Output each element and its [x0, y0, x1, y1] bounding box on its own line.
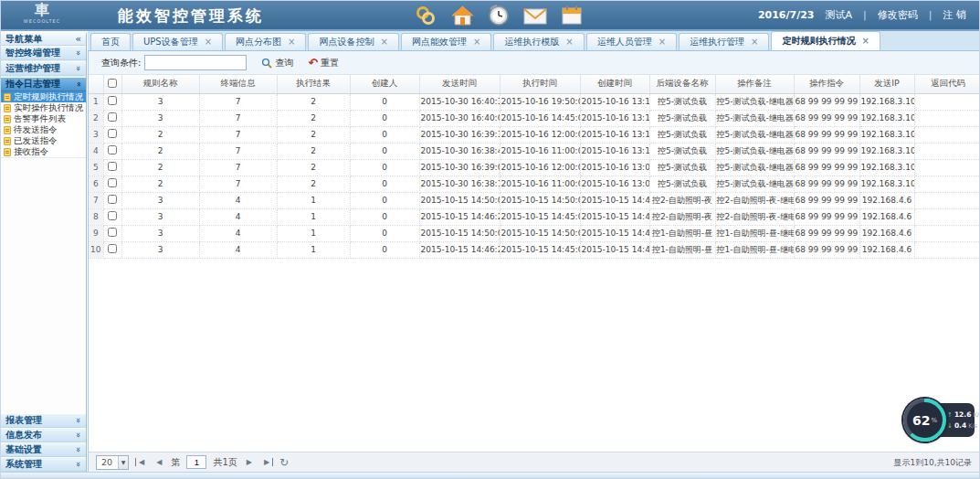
chevron-down-icon[interactable]: ▼	[118, 456, 128, 469]
page-number-input[interactable]	[186, 455, 206, 469]
table-cell: 控2-自助照明-夜-继电器	[715, 192, 794, 208]
page-size-select[interactable]: 20 ▼	[96, 455, 129, 470]
pagination-bar: 20 ▼ ◀ ◀ 第 共1页 ▶ ▶ ↻ 显示1到10,共10记录	[89, 452, 979, 472]
tab-5[interactable]: 网点能效管理×	[401, 33, 491, 50]
column-header[interactable]: 执行时间	[500, 75, 580, 93]
tab-label: 定时规则执行情况	[782, 35, 855, 48]
clock-icon[interactable]	[487, 4, 511, 27]
tab-3[interactable]: 网点分布图×	[225, 33, 306, 50]
table-cell: 68 99 99 99 99 99 99 64	[794, 159, 859, 176]
column-header[interactable]: 操作指令	[794, 75, 859, 93]
link-icon[interactable]	[414, 4, 437, 27]
sidebar-group-label: 智控终端管理	[5, 47, 60, 59]
tab-close-icon[interactable]: ×	[205, 37, 212, 47]
search-button[interactable]: 查询	[261, 57, 293, 69]
mail-icon[interactable]	[523, 4, 547, 27]
table-cell: 2015-10-16 19:50:00	[500, 93, 580, 110]
sidebar-item[interactable]: 已发送指令	[1, 135, 86, 146]
column-header[interactable]: 规则名称	[121, 75, 199, 93]
logout-link[interactable]: 注 销	[943, 8, 967, 22]
column-header[interactable]: 创建时间	[580, 75, 649, 93]
sidebar-item[interactable]: 告警事件列表	[1, 113, 86, 124]
table-cell: 68 99 99 99 99 99 99 64	[794, 176, 859, 192]
column-header[interactable]: 创建人	[350, 75, 419, 93]
column-header[interactable]: 后端设备名称	[649, 75, 715, 93]
home-icon[interactable]	[450, 4, 474, 27]
table-cell: 1	[277, 192, 350, 208]
sidebar-group: 智控终端管理»	[1, 46, 86, 61]
sidebar-item[interactable]: 待发送指令	[1, 124, 86, 135]
usage-ring[interactable]: 62 %	[903, 399, 946, 442]
sidebar-group-header[interactable]: 基础设置»	[1, 442, 86, 457]
first-page-button[interactable]: ◀	[135, 458, 147, 466]
sidebar-group-header[interactable]: 报表管理»	[1, 413, 86, 428]
tab-close-icon[interactable]: ×	[473, 37, 480, 47]
tab-close-icon[interactable]: ×	[659, 37, 666, 47]
column-header[interactable]: 执行结果	[277, 75, 350, 93]
sidebar-group: 运营维护管理»	[1, 61, 86, 77]
sidebar-group-header[interactable]: 系统管理»	[1, 457, 86, 472]
sidebar-item[interactable]: 接收指令	[1, 146, 86, 157]
tab-1[interactable]: 首页	[90, 33, 131, 50]
row-checkbox[interactable]	[108, 178, 117, 187]
next-page-button[interactable]: ▶	[244, 458, 255, 466]
tab-9[interactable]: 定时规则执行情况×	[771, 31, 880, 50]
table-cell: 0	[350, 110, 419, 126]
sidebar-group-header[interactable]: 信息发布»	[1, 428, 86, 442]
tab-close-icon[interactable]: ×	[565, 37, 573, 47]
username[interactable]: 测试A	[826, 8, 853, 22]
sidebar-item[interactable]: 实时操作执行情况	[1, 102, 86, 113]
column-header[interactable]: 返回代码	[914, 75, 979, 93]
tab-label: 网点能效管理	[412, 36, 467, 48]
sidebar-group-header[interactable]: 指令日志管理»	[1, 77, 86, 91]
row-checkbox[interactable]	[108, 211, 117, 220]
tab-close-icon[interactable]: ×	[751, 37, 758, 47]
query-condition-input[interactable]	[144, 55, 247, 70]
tab-4[interactable]: 网点设备控制×	[308, 33, 398, 50]
sidebar-item[interactable]: 定时规则执行情况	[1, 91, 86, 102]
table-cell: 控5-测试负载	[649, 159, 715, 176]
last-page-button[interactable]: ▶	[261, 458, 273, 466]
row-checkbox[interactable]	[108, 244, 117, 253]
prev-page-button[interactable]: ◀	[153, 458, 164, 466]
table-cell: 3	[121, 225, 199, 241]
table-cell: 0	[350, 93, 419, 110]
refresh-icon[interactable]: ↻	[279, 456, 289, 469]
column-header[interactable]: 发送时间	[419, 75, 500, 93]
tab-close-icon[interactable]: ×	[288, 37, 295, 47]
sidebar-group-header[interactable]: 智控终端管理»	[1, 46, 86, 60]
reset-button[interactable]: ↶ 重置	[308, 57, 339, 69]
tab-8[interactable]: 运维执行管理×	[679, 33, 769, 50]
row-checkbox[interactable]	[108, 145, 117, 154]
column-header[interactable]: 操作备注	[715, 75, 794, 93]
row-checkbox[interactable]	[108, 195, 117, 204]
row-checkbox[interactable]	[108, 228, 117, 237]
row-checkbox[interactable]	[108, 162, 117, 171]
table-cell: 68 99 99 99 99 99 99 64	[794, 143, 859, 159]
select-all-checkbox[interactable]	[108, 79, 117, 88]
chevron-icon: »	[74, 81, 83, 87]
sidebar-collapse-icon[interactable]: «	[76, 34, 81, 44]
sidebar-item-label: 待发送指令	[14, 124, 58, 135]
tab-close-icon[interactable]: ×	[861, 37, 869, 46]
column-header[interactable]: 发送IP	[859, 75, 914, 93]
document-icon	[4, 148, 11, 156]
row-checkbox[interactable]	[108, 129, 117, 138]
tab-close-icon[interactable]: ×	[380, 37, 387, 47]
page-prefix-label: 第	[171, 456, 180, 469]
sidebar-group-header[interactable]: 运营维护管理»	[1, 61, 86, 76]
table-cell: 68 99 99 99 99 99 99 64	[794, 241, 859, 258]
column-header[interactable]: 终端信息	[199, 75, 277, 93]
network-monitor-widget[interactable]: ↑ 12.6 K/s ↓ 0.4 K/s 62 %	[903, 398, 976, 443]
row-checkbox[interactable]	[108, 96, 117, 105]
table-cell: 控1-自助照明-昼	[649, 225, 715, 241]
calendar-icon[interactable]	[560, 4, 584, 27]
row-select-cell	[103, 208, 121, 225]
change-password-link[interactable]: 修改密码	[878, 8, 918, 22]
table-cell: 2015-10-16 12:00:00	[500, 126, 580, 143]
row-checkbox[interactable]	[108, 112, 117, 122]
tab-7[interactable]: 运维人员管理×	[586, 33, 677, 50]
tab-6[interactable]: 运维执行模版×	[493, 33, 584, 50]
tab-2[interactable]: UPS设备管理×	[132, 33, 223, 50]
sidebar-item-label: 定时规则执行情况	[14, 91, 83, 102]
